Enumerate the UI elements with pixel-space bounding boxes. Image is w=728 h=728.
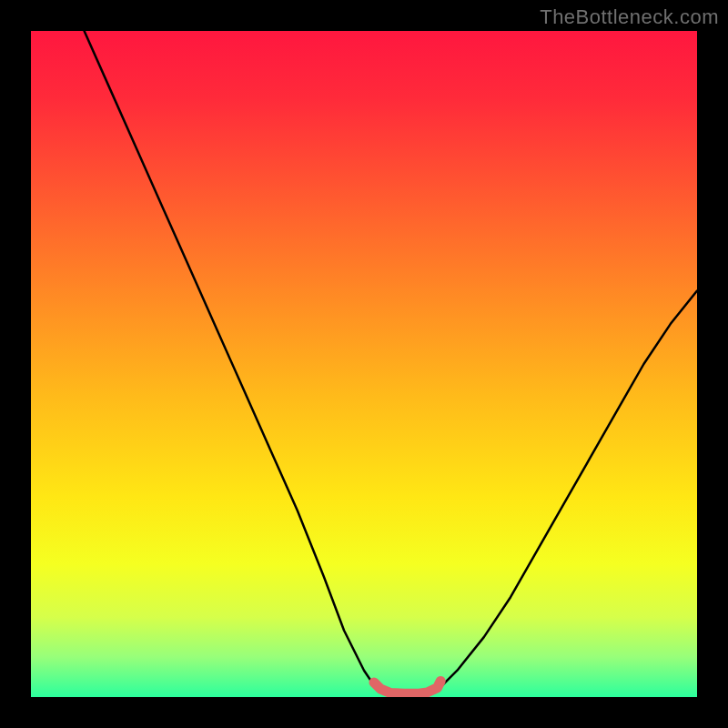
- watermark-text: TheBottleneck.com: [540, 5, 719, 29]
- chart-svg: [31, 31, 697, 697]
- plot-area: [31, 31, 697, 697]
- outer-frame: TheBottleneck.com: [0, 0, 728, 728]
- gradient-background: [31, 31, 697, 697]
